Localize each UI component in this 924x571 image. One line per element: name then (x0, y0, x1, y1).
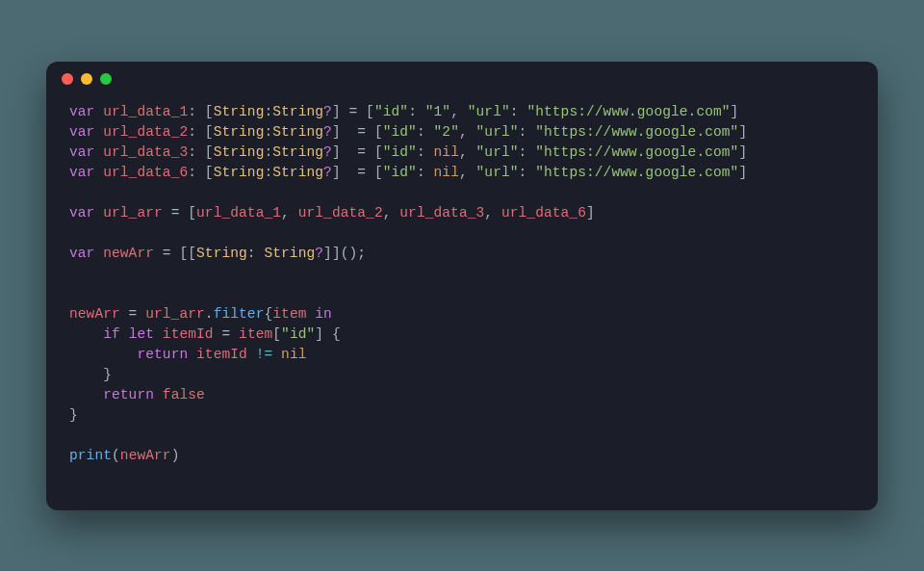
zoom-icon[interactable] (100, 73, 112, 85)
line-13: return itemId != nil (69, 347, 306, 362)
code-block: var url_data_1: [String:String?] = ["id"… (46, 96, 878, 485)
close-icon[interactable] (62, 73, 73, 85)
line-6: var url_arr = [url_data_1, url_data_2, u… (69, 205, 595, 221)
line-14: } (69, 367, 112, 382)
line-8: var newArr = [[String: String?]](); (69, 246, 366, 261)
line-11: newArr = url_arr.filter{item in (69, 306, 332, 322)
minimize-icon[interactable] (81, 73, 92, 85)
line-4: var url_data_6: [String:String?] = ["id"… (69, 165, 747, 180)
line-3: var url_data_3: [String:String?] = ["id"… (69, 144, 747, 160)
line-18: print(newArr) (69, 448, 179, 463)
line-15: return false (69, 387, 205, 402)
code-window: var url_data_1: [String:String?] = ["id"… (46, 62, 878, 510)
line-12: if let itemId = item["id"] { (69, 326, 341, 342)
line-1: var url_data_1: [String:String?] = ["id"… (69, 104, 738, 119)
titlebar (46, 62, 878, 96)
line-16: } (69, 407, 78, 423)
line-2: var url_data_2: [String:String?] = ["id"… (69, 124, 747, 140)
